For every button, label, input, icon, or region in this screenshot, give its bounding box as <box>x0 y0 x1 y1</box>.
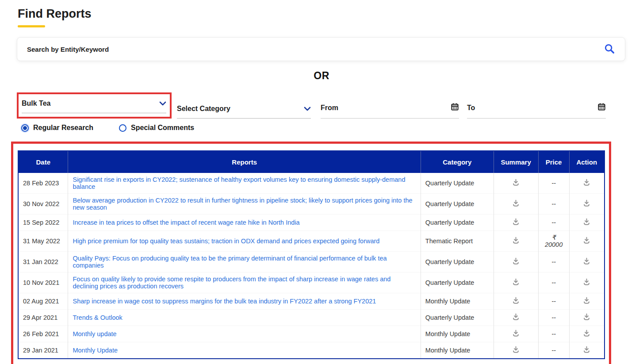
report-link[interactable]: Monthly update <box>73 330 116 337</box>
report-date: 31 Jan 2022 <box>18 252 68 272</box>
download-icon <box>582 313 591 322</box>
action-download-button[interactable] <box>582 218 591 227</box>
download-icon <box>582 199 591 209</box>
download-icon <box>582 236 591 246</box>
report-category: Thematic Report <box>421 231 494 252</box>
research-type-radios: Regular Research Special Comments <box>21 124 643 132</box>
summary-download-button[interactable] <box>512 278 520 287</box>
search-button[interactable] <box>604 43 615 56</box>
column-header-category: Category <box>421 151 494 173</box>
report-category: Quarterly Update <box>421 215 494 231</box>
table-row: 10 Nov 2021 Focus on quality likely to p… <box>18 272 605 293</box>
download-icon <box>512 278 520 287</box>
search-icon <box>604 43 615 56</box>
summary-download-button[interactable] <box>512 218 520 227</box>
report-price: -- <box>538 326 569 342</box>
calendar-icon[interactable] <box>597 103 606 113</box>
column-header-reports: Reports <box>68 151 421 173</box>
summary-download-button[interactable] <box>512 178 520 188</box>
report-date: 30 Nov 2022 <box>18 194 68 215</box>
report-price: -- <box>538 342 569 359</box>
report-link[interactable]: Trends & Outlook <box>73 314 122 321</box>
report-price: -- <box>538 310 569 326</box>
report-link[interactable]: Below average production in CY2022 to re… <box>73 197 412 211</box>
download-icon <box>512 329 520 339</box>
report-category: Monthly Update <box>421 326 494 342</box>
action-download-button[interactable] <box>582 236 591 246</box>
report-link[interactable]: Monthly Update <box>73 347 118 354</box>
calendar-icon[interactable] <box>451 103 459 113</box>
download-icon <box>582 329 591 339</box>
radio-label: Regular Research <box>33 124 93 132</box>
table-row: 15 Sep 2022 Increase in tea prices to of… <box>18 215 605 231</box>
action-download-button[interactable] <box>582 313 591 322</box>
from-date-placeholder: From <box>321 104 338 112</box>
report-link[interactable]: Increase in tea prices to offset the imp… <box>73 219 299 226</box>
to-date-field[interactable]: To <box>467 103 606 119</box>
entity-select[interactable]: Bulk Tea <box>22 100 166 113</box>
annotation-box-table: Date Reports Category Summary Price Acti… <box>11 142 611 364</box>
report-link[interactable]: Sharp increase in wage cost to suppress … <box>73 298 376 305</box>
action-download-button[interactable] <box>582 178 591 188</box>
download-icon <box>512 199 520 209</box>
report-date: 29 Jan 2021 <box>18 342 68 359</box>
summary-download-button[interactable] <box>512 199 520 209</box>
radio-regular-research[interactable]: Regular Research <box>21 124 93 132</box>
report-price: -- <box>538 173 569 194</box>
table-row: 29 Apr 2021 Trends & Outlook Quarterly U… <box>18 310 605 326</box>
report-link[interactable]: Significant rise in exports in CY2022; s… <box>73 176 405 190</box>
summary-download-button[interactable] <box>512 313 520 322</box>
radio-special-comments[interactable]: Special Comments <box>119 124 194 132</box>
report-link[interactable]: Quality Pays: Focus on producing quality… <box>73 255 387 269</box>
table-header-row: Date Reports Category Summary Price Acti… <box>18 151 605 173</box>
to-date-placeholder: To <box>467 104 475 112</box>
radio-button-icon[interactable] <box>21 124 29 132</box>
action-download-button[interactable] <box>582 296 591 306</box>
action-download-button[interactable] <box>582 199 591 209</box>
table-row: 31 Jan 2022 Quality Pays: Focus on produ… <box>18 252 605 272</box>
download-icon <box>582 218 591 227</box>
summary-download-button[interactable] <box>512 257 520 267</box>
action-download-button[interactable] <box>582 329 591 339</box>
report-category: Quarterly Update <box>421 272 494 293</box>
summary-download-button[interactable] <box>512 329 520 339</box>
table-row: 31 May 2022 High price premium for top q… <box>18 231 605 252</box>
reports-table: Date Reports Category Summary Price Acti… <box>18 150 605 359</box>
title-accent-underline <box>18 25 45 27</box>
table-row: 29 Jan 2021 Monthly Update Monthly Updat… <box>18 342 605 359</box>
report-date: 31 May 2022 <box>18 231 68 252</box>
download-icon <box>512 345 520 355</box>
category-select-placeholder: Select Category <box>177 105 230 113</box>
search-input[interactable] <box>27 46 604 53</box>
chevron-down-icon <box>304 105 311 113</box>
download-icon <box>512 218 520 227</box>
summary-download-button[interactable] <box>512 345 520 355</box>
download-icon <box>582 278 591 287</box>
entity-select-value: Bulk Tea <box>22 100 51 107</box>
download-icon <box>582 296 591 306</box>
action-download-button[interactable] <box>582 257 591 267</box>
download-icon <box>512 178 520 188</box>
table-row: 26 Feb 2021 Monthly update Monthly Updat… <box>18 326 605 342</box>
report-date: 15 Sep 2022 <box>18 215 68 231</box>
summary-download-button[interactable] <box>512 296 520 306</box>
filters-row: Bulk Tea Select Category From <box>17 92 625 119</box>
from-date-field[interactable]: From <box>321 103 459 119</box>
radio-button-icon[interactable] <box>119 124 126 132</box>
report-link[interactable]: High price premium for top quality teas … <box>73 238 379 245</box>
chevron-down-icon <box>159 100 166 107</box>
report-link[interactable]: Focus on quality likely to provide some … <box>73 276 390 290</box>
summary-download-button[interactable] <box>512 236 520 246</box>
table-row: 30 Nov 2022 Below average production in … <box>18 194 605 215</box>
search-bar[interactable] <box>17 37 625 61</box>
action-download-button[interactable] <box>582 345 591 355</box>
table-row: 28 Feb 2023 Significant rise in exports … <box>18 173 605 194</box>
table-row: 02 Aug 2021 Sharp increase in wage cost … <box>18 293 605 310</box>
report-price: -- <box>538 293 569 310</box>
report-price: -- <box>538 272 569 293</box>
download-icon <box>582 345 591 355</box>
or-separator-label: OR <box>0 70 643 82</box>
action-download-button[interactable] <box>582 278 591 287</box>
column-header-summary: Summary <box>494 151 538 173</box>
category-select[interactable]: Select Category <box>177 105 311 119</box>
